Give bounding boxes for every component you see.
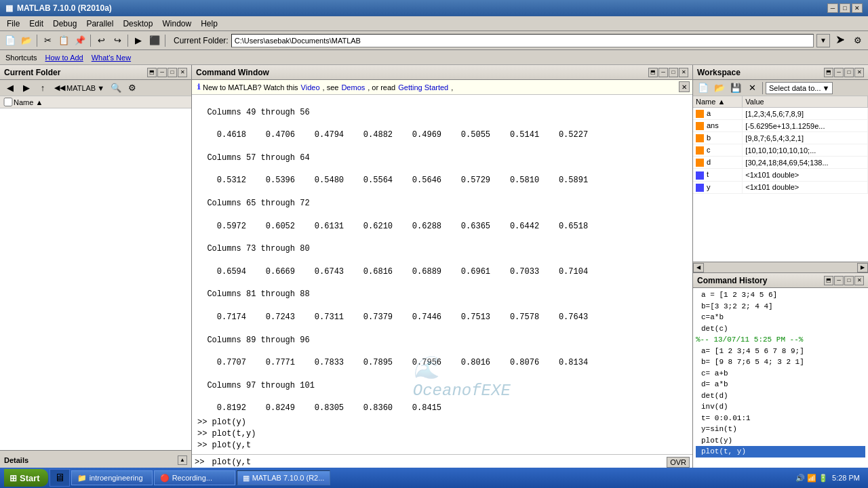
ws-var-type-icon — [696, 146, 704, 155]
ws-maximize-button[interactable]: □ — [844, 68, 854, 77]
list-item[interactable]: plot(t, y) — [696, 446, 865, 458]
menu-debug[interactable]: Debug — [49, 18, 81, 30]
history-content[interactable]: a = [1 2 3;4 5 6]b=[3 3;2 2; 4 4]c=a*bde… — [693, 288, 868, 469]
command-input[interactable] — [207, 458, 664, 467]
list-item[interactable]: plot(y) — [696, 435, 865, 447]
list-item[interactable]: c= a+b — [696, 368, 865, 380]
menu-file[interactable]: File — [3, 18, 24, 30]
list-item[interactable]: det(c) — [696, 323, 865, 335]
menu-help[interactable]: Help — [197, 18, 222, 30]
menu-edit[interactable]: Edit — [25, 18, 47, 30]
ws-new-var-button[interactable]: 📄 — [696, 81, 711, 96]
ws-scrollbar[interactable]: ◀ ▶ — [693, 262, 868, 272]
list-item[interactable]: c=a*b — [696, 312, 865, 323]
close-button[interactable]: ✕ — [852, 3, 863, 13]
menu-desktop[interactable]: Desktop — [119, 18, 157, 30]
copy-button[interactable]: 📋 — [56, 33, 71, 48]
redo-button[interactable]: ↪ — [110, 33, 125, 48]
cf-maximize-button[interactable]: □ — [167, 68, 177, 77]
cf-minimize-button[interactable]: ─ — [157, 68, 167, 77]
hist-close-button[interactable]: ✕ — [854, 276, 864, 285]
cw-maximize-button[interactable]: □ — [669, 68, 678, 77]
info-demos-link[interactable]: Demos — [341, 83, 365, 92]
systray-icons: 🔊 📶 🔋 — [795, 474, 828, 483]
info-getting-started-link[interactable]: Getting Started — [398, 83, 448, 92]
list-item[interactable]: det(d) — [696, 390, 865, 402]
taskbar-item-0[interactable]: 📁 introengineering — [71, 470, 153, 485]
ws-save-button[interactable]: 💾 — [728, 81, 743, 96]
ws-minimize-button[interactable]: ─ — [834, 68, 844, 77]
list-item[interactable]: d= a*b — [696, 379, 865, 390]
cf-forward-button[interactable]: ▶ — [19, 81, 34, 96]
ws-delete-button[interactable]: ✕ — [745, 81, 760, 96]
minimize-button[interactable]: ─ — [827, 3, 838, 13]
cf-path-dropdown[interactable]: ▼ — [97, 84, 104, 92]
list-item[interactable]: a = [1 2 3;4 5 6] — [696, 289, 865, 301]
info-close-button[interactable]: ✕ — [679, 81, 690, 92]
list-item[interactable]: t= 0:0.01:1 — [696, 413, 865, 424]
ws-col-name[interactable]: Name ▲ — [693, 96, 743, 108]
cf-select-all-checkbox[interactable] — [3, 98, 14, 106]
cw-minimize-button[interactable]: ─ — [658, 68, 668, 77]
cf-undock-button[interactable]: ⬒ — [147, 68, 157, 77]
cw-close-button[interactable]: ✕ — [679, 68, 688, 77]
list-item[interactable]: inv(d) — [696, 401, 865, 413]
table-row[interactable]: b[9,8,7;6,5,4;3,2,1] — [693, 132, 868, 144]
paste-button[interactable]: 📌 — [73, 33, 87, 48]
hist-maximize-button[interactable]: □ — [844, 276, 854, 285]
cut-button[interactable]: ✂ — [40, 33, 55, 48]
cf-back-button[interactable]: ◀ — [3, 81, 18, 96]
title-bar: ▦ MATLAB 7.10.0 (R2010a) ─ □ ✕ — [0, 0, 868, 16]
menu-parallel[interactable]: Parallel — [82, 18, 117, 30]
info-video-link[interactable]: Video — [301, 83, 320, 92]
taskbar-show-desktop[interactable]: 🖥 — [50, 469, 70, 487]
table-row[interactable]: a[1,2,3;4,5,6;7,8,9] — [693, 108, 868, 120]
folder-settings-button[interactable]: ⚙ — [850, 33, 865, 48]
hist-undock-button[interactable]: ⬒ — [824, 276, 833, 285]
details-expand-button[interactable]: ▲ — [178, 455, 187, 465]
ws-scroll-right[interactable]: ▶ — [857, 263, 868, 272]
taskbar-item-1[interactable]: 🔴 Recording... — [154, 470, 235, 485]
list-item[interactable]: y=sin(t) — [696, 424, 865, 435]
table-row[interactable]: c[10,10,10;10,10,10;... — [693, 144, 868, 157]
menu-window[interactable]: Window — [158, 18, 195, 30]
folder-browse-button[interactable]: ▼ — [816, 34, 830, 47]
whats-new-link[interactable]: What's New — [92, 54, 131, 62]
cf-options-button[interactable]: ⚙ — [125, 81, 140, 96]
undo-button[interactable]: ↩ — [94, 33, 108, 48]
table-row[interactable]: d[30,24,18;84,69,54;138... — [693, 157, 868, 169]
new-file-button[interactable]: 📄 — [3, 33, 18, 48]
list-item[interactable]: b= [9 8 7;6 5 4; 3 2 1] — [696, 357, 865, 368]
stop-button[interactable]: ⬛ — [147, 33, 162, 48]
table-row[interactable]: t<1x101 double> — [693, 169, 868, 181]
hist-minimize-button[interactable]: ─ — [834, 276, 844, 285]
output-content: 0.3894 0.3966 0.4078 0.4169 0.4259 0.435… — [197, 95, 687, 417]
table-row[interactable]: ans[-5.6295e+13,1.1259e... — [693, 120, 868, 132]
list-item[interactable]: b=[3 3;2 2; 4 4] — [696, 301, 865, 312]
how-to-add-link[interactable]: How to Add — [45, 54, 83, 62]
ws-open-button[interactable]: 📂 — [712, 81, 727, 96]
output-line — [197, 209, 687, 221]
maximize-button[interactable]: □ — [840, 3, 850, 13]
start-button[interactable]: ⊞ Start — [4, 469, 48, 487]
cw-undock-button[interactable]: ⬒ — [648, 68, 658, 77]
folder-go-button[interactable]: ⮞ — [833, 33, 848, 48]
ws-select-data[interactable]: Select data to... ▼ — [766, 82, 833, 94]
current-folder-input[interactable] — [231, 34, 814, 47]
cf-up-button[interactable]: ↑ — [35, 81, 50, 96]
open-button[interactable]: 📂 — [19, 33, 34, 48]
run-button[interactable]: ▶ — [131, 33, 146, 48]
ws-scroll-left[interactable]: ◀ — [693, 263, 704, 272]
ws-close-button[interactable]: ✕ — [854, 68, 864, 77]
command-output[interactable]: 0.3894 0.3966 0.4078 0.4169 0.4259 0.435… — [192, 95, 692, 454]
list-item[interactable]: a= [1 2 3;4 5 6 7 8 9;] — [696, 346, 865, 357]
cf-search-button[interactable]: 🔍 — [108, 81, 123, 96]
ws-col-value[interactable]: Value — [743, 96, 868, 108]
ws-undock-button[interactable]: ⬒ — [824, 68, 833, 77]
cf-name-column[interactable]: Name ▲ — [14, 98, 189, 106]
right-layout: Workspace ⬒ ─ □ ✕ 📄 📂 💾 ✕ Select data to… — [693, 65, 868, 469]
cf-close-button[interactable]: ✕ — [178, 68, 187, 77]
taskbar-item-2[interactable]: ▦ MATLAB 7.10.0 (R2... — [237, 470, 331, 485]
table-row[interactable]: y<1x101 double> — [693, 181, 868, 193]
ws-var-name: a — [693, 108, 743, 120]
